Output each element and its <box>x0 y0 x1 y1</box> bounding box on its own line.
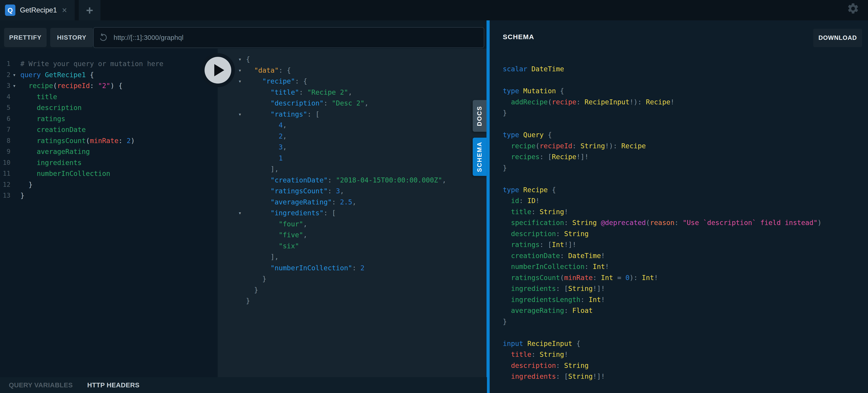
code-line: type Recipe { <box>503 184 868 195</box>
code-line: numberInCollection: Int! <box>503 261 868 272</box>
code-line: type Mutation { <box>503 86 868 97</box>
code-text: "ingredients": [ <box>246 208 487 219</box>
code-line: 2▾query GetRecipe1 { <box>0 69 218 81</box>
code-line: 11 numberInCollection <box>0 168 218 179</box>
pane-divider[interactable] <box>487 20 490 393</box>
code-line <box>503 173 868 184</box>
code-line: recipes: [Recipe!]! <box>503 151 868 162</box>
execute-query-button[interactable] <box>201 53 235 87</box>
tab-getrecipe1[interactable]: Q GetRecipe1 × <box>0 0 75 20</box>
line-number: 3 <box>0 80 10 91</box>
code-line: 10 ingredients <box>0 157 218 169</box>
code-line: 12 } <box>0 179 218 190</box>
code-text: "four", <box>246 219 487 230</box>
close-icon[interactable]: × <box>62 6 67 14</box>
history-button[interactable]: HISTORY <box>50 28 93 47</box>
code-line: ▾ "ratings": [ <box>218 109 487 120</box>
toolbar: PRETTIFY HISTORY <box>0 20 487 49</box>
code-line: id: ID! <box>503 195 868 207</box>
line-number: 10 <box>0 157 10 169</box>
code-line: averageRating: Float <box>503 305 868 316</box>
code-text: "title": "Recipe 2", <box>246 87 487 98</box>
gear-icon[interactable] <box>847 2 859 15</box>
code-text: } <box>246 296 487 306</box>
code-line: title: String! <box>503 207 868 217</box>
code-text: ingredients <box>20 157 218 169</box>
code-line: input RecipeInput { <box>503 338 868 349</box>
code-text: "creationDate": "2018-04-15T00:00:00.000… <box>246 175 487 186</box>
code-text: title <box>20 91 218 102</box>
fold-arrow-icon[interactable]: ▾ <box>238 76 242 87</box>
code-text: 1 <box>246 153 487 164</box>
code-text: recipe(recipeId: String!): Recipe <box>503 142 646 150</box>
code-text: ratings: [Int!]! <box>503 241 576 248</box>
line-number: 5 <box>0 102 10 114</box>
query-editor-code[interactable]: 1# Write your query or mutation here2▾qu… <box>0 49 218 201</box>
schema-panel: SCHEMA DOWNLOAD scalar DateTimetype Muta… <box>490 20 868 393</box>
code-text: description: String <box>503 230 589 238</box>
code-line: ingredients: [String!]! <box>503 371 868 382</box>
response-json: ▾{▾ "data": {▾ "recipe": { "title": "Rec… <box>218 49 487 306</box>
fold-arrow-icon[interactable]: ▾ <box>238 54 242 65</box>
code-line: ▾{ <box>218 54 487 65</box>
schema-tab-label: SCHEMA <box>476 142 483 172</box>
fold-arrow-icon[interactable]: ▾ <box>13 80 16 91</box>
code-line: 13} <box>0 190 218 201</box>
fold-arrow-icon[interactable]: ▾ <box>238 208 242 219</box>
tab-docs[interactable]: DOCS <box>473 100 487 132</box>
code-text: } <box>503 109 507 117</box>
tab-schema[interactable]: SCHEMA <box>473 138 487 176</box>
code-line: "averageRating": 2.5, <box>218 197 487 208</box>
query-editor-pane[interactable]: 1# Write your query or mutation here2▾qu… <box>0 49 218 377</box>
response-pane: ▾{▾ "data": {▾ "recipe": { "title": "Rec… <box>218 49 487 377</box>
code-text: ], <box>246 164 487 175</box>
code-text: "ratingsCount": 3, <box>246 186 487 197</box>
code-text: "recipe": { <box>246 76 487 87</box>
code-text: } <box>20 190 218 201</box>
code-text: averageRating <box>20 146 218 157</box>
code-line: } <box>503 316 868 327</box>
code-text: specification: String @deprecated(reason… <box>503 219 822 226</box>
code-line: "five", <box>218 230 487 241</box>
fold-arrow-icon[interactable]: ▾ <box>238 65 242 76</box>
code-line: 1 <box>218 153 487 164</box>
endpoint-url-bar[interactable] <box>93 27 484 48</box>
code-line: ingredients: [String!]! <box>503 283 868 294</box>
prettify-button[interactable]: PRETTIFY <box>4 28 46 47</box>
query-variables-tab[interactable]: QUERY VARIABLES <box>9 382 73 389</box>
line-number: 7 <box>0 124 10 135</box>
code-text: type Query { <box>503 131 552 139</box>
code-line: "description": "Desc 2", <box>218 98 487 109</box>
code-line: description: String <box>503 360 868 371</box>
reload-icon[interactable] <box>99 33 108 42</box>
code-line: } <box>503 108 868 119</box>
code-line: creationDate: DateTime! <box>503 250 868 262</box>
http-headers-tab[interactable]: HTTP HEADERS <box>87 382 140 389</box>
new-tab-button[interactable]: + <box>79 0 100 20</box>
code-text: numberInCollection: Int! <box>503 263 609 271</box>
code-line: ratings: [Int!]! <box>503 239 868 250</box>
code-text: creationDate <box>20 124 218 135</box>
line-number: 12 <box>0 179 10 190</box>
fold-arrow-icon[interactable]: ▾ <box>13 69 16 81</box>
code-text: # Write your query or mutation here <box>20 58 218 69</box>
code-line: type Query { <box>503 129 868 141</box>
tab-bar: Q GetRecipe1 × + <box>0 0 868 20</box>
code-line: "creationDate": "2018-04-15T00:00:00.000… <box>218 175 487 186</box>
code-text: addRecipe(recipe: RecipeInput!): Recipe! <box>503 98 675 106</box>
endpoint-url-input[interactable] <box>114 34 476 41</box>
code-line: 5 description <box>0 102 218 114</box>
code-text: { <box>246 54 487 65</box>
code-line: 4 title <box>0 91 218 102</box>
schema-sdl-code: scalar DateTimetype Mutation { addRecipe… <box>503 64 868 382</box>
code-text: ingredientsLength: Int! <box>503 296 605 304</box>
play-icon <box>205 57 231 84</box>
download-button[interactable]: DOWNLOAD <box>813 29 862 47</box>
code-line: 3▾ recipe(recipeId: "2") { <box>0 80 218 91</box>
code-text: input RecipeInput { <box>503 339 580 347</box>
line-number: 1 <box>0 58 10 69</box>
code-line: ], <box>218 251 487 263</box>
line-number: 9 <box>0 146 10 157</box>
line-number: 2 <box>0 69 10 81</box>
fold-arrow-icon[interactable]: ▾ <box>238 109 242 120</box>
